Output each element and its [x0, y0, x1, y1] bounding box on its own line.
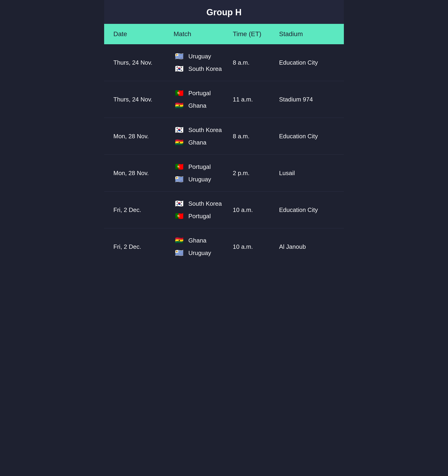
team-name: Ghana [188, 139, 206, 146]
table-header: Date Match Time (ET) Stadium [104, 24, 344, 44]
team-flag: 🇵🇹 [174, 89, 185, 97]
team-name: Uruguay [188, 53, 211, 60]
date-cell: Fri, 2 Dec. [111, 243, 171, 250]
team-name: South Korea [188, 126, 222, 134]
stadium-cell: Al Janoub [277, 243, 337, 250]
team-entry: 🇬🇭Ghana [174, 237, 228, 244]
team-entry: 🇰🇷South Korea [174, 200, 228, 207]
schedule-table: Date Match Time (ET) Stadium Thurs, 24 N… [104, 24, 344, 265]
match-cell: 🇰🇷South Korea🇬🇭Ghana [171, 126, 231, 146]
team-flag: 🇬🇭 [174, 102, 185, 109]
date-cell: Fri, 2 Dec. [111, 206, 171, 214]
team-flag: 🇵🇹 [174, 212, 185, 220]
team-entry: 🇵🇹Portugal [174, 89, 228, 97]
team-entry: 🇬🇭Ghana [174, 139, 228, 146]
team-entry: 🇺🇾Uruguay [174, 176, 228, 183]
team-flag: 🇰🇷 [174, 65, 185, 73]
match-cell: 🇵🇹Portugal🇺🇾Uruguay [171, 163, 231, 183]
page-container: Group H Date Match Time (ET) Stadium Thu… [104, 0, 344, 265]
stadium-cell: Education City [277, 133, 337, 140]
team-name: Portugal [188, 213, 211, 220]
header-date: Date [111, 30, 171, 38]
team-name: Uruguay [188, 176, 211, 183]
team-flag: 🇺🇾 [174, 176, 185, 183]
table-body: Thurs, 24 Nov.🇺🇾Uruguay🇰🇷South Korea8 a.… [104, 44, 344, 265]
team-name: Portugal [188, 90, 211, 97]
time-cell: 11 a.m. [231, 96, 277, 103]
table-row: Fri, 2 Dec.🇬🇭Ghana🇺🇾Uruguay10 a.m.Al Jan… [104, 228, 344, 265]
team-flag: 🇺🇾 [174, 53, 185, 60]
team-name: Portugal [188, 163, 211, 170]
match-cell: 🇺🇾Uruguay🇰🇷South Korea [171, 53, 231, 73]
stadium-cell: Stadium 974 [277, 96, 337, 103]
team-name: Uruguay [188, 249, 211, 257]
team-name: South Korea [188, 65, 222, 73]
date-cell: Mon, 28 Nov. [111, 133, 171, 140]
time-cell: 2 p.m. [231, 170, 277, 177]
team-flag: 🇰🇷 [174, 126, 185, 134]
date-cell: Thurs, 24 Nov. [111, 59, 171, 66]
time-cell: 8 a.m. [231, 133, 277, 140]
match-cell: 🇬🇭Ghana🇺🇾Uruguay [171, 237, 231, 257]
table-row: Mon, 28 Nov.🇵🇹Portugal🇺🇾Uruguay2 p.m.Lus… [104, 155, 344, 192]
table-row: Thurs, 24 Nov.🇵🇹Portugal🇬🇭Ghana11 a.m.St… [104, 81, 344, 118]
team-flag: 🇰🇷 [174, 200, 185, 207]
team-entry: 🇬🇭Ghana [174, 102, 228, 109]
date-cell: Thurs, 24 Nov. [111, 96, 171, 103]
header-match: Match [171, 30, 231, 38]
team-flag: 🇺🇾 [174, 249, 185, 257]
team-flag: 🇵🇹 [174, 163, 185, 170]
group-title: Group H [104, 0, 344, 24]
team-name: Ghana [188, 237, 206, 244]
stadium-cell: Education City [277, 206, 337, 214]
team-entry: 🇰🇷South Korea [174, 126, 228, 134]
team-entry: 🇺🇾Uruguay [174, 53, 228, 60]
date-cell: Mon, 28 Nov. [111, 170, 171, 177]
time-cell: 10 a.m. [231, 206, 277, 214]
team-flag: 🇬🇭 [174, 237, 185, 244]
team-name: South Korea [188, 200, 222, 207]
team-entry: 🇵🇹Portugal [174, 212, 228, 220]
team-flag: 🇬🇭 [174, 139, 185, 146]
team-name: Ghana [188, 102, 206, 109]
match-cell: 🇵🇹Portugal🇬🇭Ghana [171, 89, 231, 109]
header-stadium: Stadium [277, 30, 337, 38]
match-cell: 🇰🇷South Korea🇵🇹Portugal [171, 200, 231, 220]
time-cell: 10 a.m. [231, 243, 277, 250]
stadium-cell: Education City [277, 59, 337, 66]
table-row: Mon, 28 Nov.🇰🇷South Korea🇬🇭Ghana8 a.m.Ed… [104, 118, 344, 155]
team-entry: 🇺🇾Uruguay [174, 249, 228, 257]
team-entry: 🇵🇹Portugal [174, 163, 228, 170]
table-row: Thurs, 24 Nov.🇺🇾Uruguay🇰🇷South Korea8 a.… [104, 44, 344, 81]
time-cell: 8 a.m. [231, 59, 277, 66]
table-row: Fri, 2 Dec.🇰🇷South Korea🇵🇹Portugal10 a.m… [104, 192, 344, 228]
header-time: Time (ET) [231, 30, 277, 38]
team-entry: 🇰🇷South Korea [174, 65, 228, 73]
stadium-cell: Lusail [277, 170, 337, 177]
